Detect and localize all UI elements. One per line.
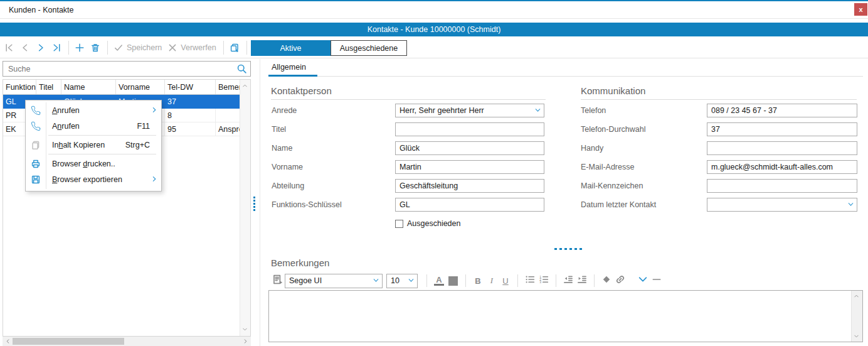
underline-button[interactable]: U xyxy=(499,276,512,286)
previous-record-button[interactable] xyxy=(20,43,30,53)
field-e-mail-adresse[interactable]: m.glueck@schmidt-kauft-alles.com xyxy=(707,160,857,174)
search-icon[interactable] xyxy=(236,63,247,74)
menu-item-anrufen[interactable]: AnrufenF11 xyxy=(26,118,161,134)
close-button[interactable]: x xyxy=(854,3,867,16)
field-value: Herr, Sehr geehrter Herr xyxy=(400,106,484,115)
toolbar-separator xyxy=(594,274,595,287)
column-header-name[interactable]: Name xyxy=(61,80,116,94)
checkbox-label: Ausgeschieden xyxy=(407,219,460,228)
column-header-titel[interactable]: Titel xyxy=(36,80,61,94)
font-size-value: 10 xyxy=(391,276,400,285)
menu-item-anrufen[interactable]: Anrufen xyxy=(26,102,161,118)
app-window: Kunden - Kontakte x Kontakte - Kunde 100… xyxy=(0,0,868,346)
field-label-telefon-durchwahl: Telefon-Durchwahl xyxy=(581,125,707,134)
menu-item-inhalt-kopieren[interactable]: Inhalt KopierenStrg+C xyxy=(26,137,161,153)
textarea-scrollbar[interactable] xyxy=(851,291,862,342)
add-record-button[interactable] xyxy=(75,43,85,53)
tab-allgemein[interactable]: Allgemein xyxy=(272,63,306,72)
field-label-handy: Handy xyxy=(581,144,707,153)
field-value: Glück xyxy=(400,144,420,153)
chevron-down-icon xyxy=(373,277,379,284)
scroll-up-icon[interactable] xyxy=(854,293,859,299)
field-datum-letzter-kontakt[interactable] xyxy=(707,198,857,212)
ausgeschieden-checkbox[interactable] xyxy=(395,220,403,228)
x-icon xyxy=(167,43,177,53)
form-row: VornameMartin xyxy=(272,160,544,174)
link-icon[interactable] xyxy=(615,274,626,288)
next-record-button[interactable] xyxy=(36,43,46,53)
table-cell: Anspre xyxy=(216,122,240,136)
bemerkungen-textarea[interactable] xyxy=(268,290,863,342)
scroll-right-icon[interactable] xyxy=(243,338,248,344)
field-value: Martin xyxy=(400,163,421,171)
scrollbar-thumb[interactable] xyxy=(13,338,124,345)
form-row: Telefon-Durchwahl37 xyxy=(581,122,857,136)
column-header-bemer[interactable]: Bemer xyxy=(216,80,240,94)
scroll-left-icon[interactable] xyxy=(5,338,11,344)
field-vorname[interactable]: Martin xyxy=(395,160,544,174)
highlight-color-button[interactable] xyxy=(448,276,458,286)
menu-item-label: Browser drucken.. xyxy=(52,159,115,168)
panel-splitter[interactable] xyxy=(260,59,260,346)
form-row: Mail-Kennzeichen xyxy=(581,179,857,193)
copy-record-button[interactable] xyxy=(230,43,240,53)
column-header-vorname[interactable]: Vorname xyxy=(116,80,165,94)
first-record-icon xyxy=(4,43,14,53)
search-input[interactable] xyxy=(3,62,240,76)
scroll-down-icon[interactable] xyxy=(242,327,248,332)
plus-icon xyxy=(75,43,85,53)
delete-record-button[interactable] xyxy=(90,43,100,53)
phone-icon xyxy=(26,121,46,131)
dash-icon[interactable] xyxy=(651,274,662,288)
toolbar-separator xyxy=(246,41,247,55)
tab-aktive[interactable]: Aktive xyxy=(251,40,331,56)
table-horizontal-scrollbar[interactable] xyxy=(3,337,251,346)
copy-record-icon xyxy=(230,43,240,53)
field-value: m.glueck@schmidt-kauft-alles.com xyxy=(711,163,833,171)
scroll-up-icon[interactable] xyxy=(242,83,248,89)
column-header-funktion[interactable]: Funktion xyxy=(3,80,36,94)
vertical-splitter-handle[interactable] xyxy=(253,197,255,211)
field-mail-kennzeichen[interactable] xyxy=(707,179,857,193)
indent-icon[interactable] xyxy=(576,274,588,288)
context-menu-items: AnrufenAnrufenF11Inhalt KopierenStrg+CBr… xyxy=(26,102,161,187)
menu-item-browser-exportieren[interactable]: Browser exportieren xyxy=(26,171,161,187)
field-titel[interactable] xyxy=(395,122,544,136)
first-record-button[interactable] xyxy=(4,43,14,53)
bold-button[interactable]: B xyxy=(471,276,485,286)
numbered-list-icon[interactable]: 123 xyxy=(538,274,549,288)
font-color-button[interactable]: A xyxy=(434,276,444,286)
field-telefon[interactable]: 089 / 23 45 67 - 37 xyxy=(707,104,857,117)
table-cell: 8 xyxy=(165,109,216,122)
text-module-icon[interactable] xyxy=(272,274,283,288)
bullet-list-icon[interactable] xyxy=(524,274,536,288)
save-button[interactable]: Speichern xyxy=(114,43,162,53)
last-record-button[interactable] xyxy=(51,43,61,53)
field-anrede[interactable]: Herr, Sehr geehrter Herr xyxy=(395,104,544,117)
column-header-tel-dw[interactable]: Tel-DW xyxy=(165,80,216,94)
field-funktions-schlüssel[interactable]: GL xyxy=(395,198,544,212)
field-name[interactable]: Glück xyxy=(395,141,544,155)
tab-ausgeschiedene[interactable]: Ausgeschiedene xyxy=(331,40,407,56)
font-size-select[interactable]: 10 xyxy=(386,274,418,288)
italic-button[interactable]: I xyxy=(485,276,499,286)
outdent-icon[interactable] xyxy=(563,274,574,288)
scroll-down-icon[interactable] xyxy=(854,333,859,339)
form-row: Funktions-SchlüsselGL xyxy=(272,198,544,212)
toolbar-separator xyxy=(426,274,427,287)
horizontal-splitter-handle[interactable] xyxy=(554,248,582,250)
field-value: Geschäftsleitung xyxy=(400,181,458,190)
section-title-kommunikation: Kommunikation xyxy=(581,85,645,96)
table-vertical-scrollbar[interactable] xyxy=(240,80,250,336)
menu-item-browser-drucken[interactable]: Browser drucken.. xyxy=(26,156,161,171)
discard-button[interactable]: Verwerfen xyxy=(167,43,216,53)
context-menu: AnrufenAnrufenF11Inhalt KopierenStrg+CBr… xyxy=(25,100,162,192)
field-handy[interactable] xyxy=(707,141,857,155)
diamond-icon[interactable] xyxy=(601,274,612,288)
toolbar-separator xyxy=(107,41,108,55)
chevron-down-icon xyxy=(847,201,854,208)
chevron-down-icon[interactable] xyxy=(637,274,648,288)
field-abteilung[interactable]: Geschäftsleitung xyxy=(395,179,544,193)
field-telefon-durchwahl[interactable]: 37 xyxy=(707,122,857,136)
font-name-select[interactable]: Segoe UI xyxy=(285,274,383,288)
